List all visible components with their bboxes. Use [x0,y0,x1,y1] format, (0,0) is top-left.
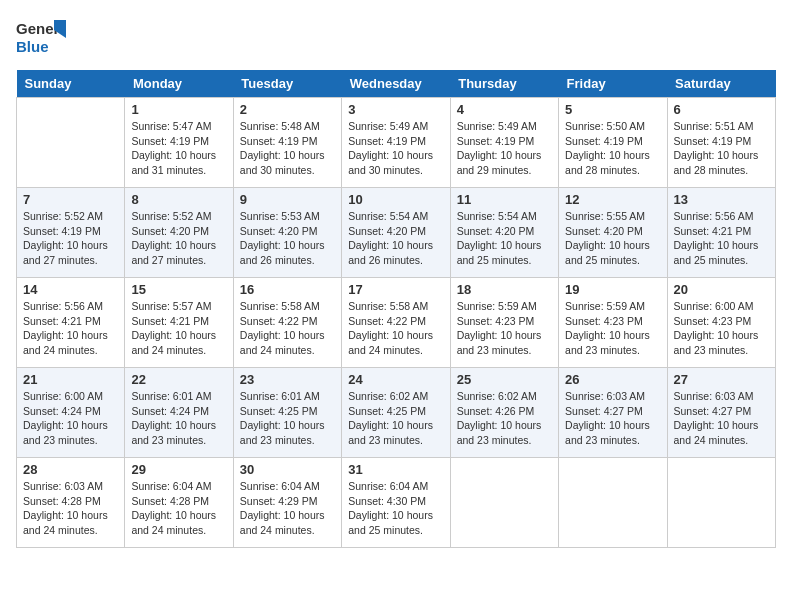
calendar-cell: 11Sunrise: 5:54 AM Sunset: 4:20 PM Dayli… [450,188,558,278]
day-number: 29 [131,462,226,477]
logo-svg: GeneralBlue [16,16,66,60]
day-number: 11 [457,192,552,207]
logo: GeneralBlue [16,16,66,60]
calendar-cell: 13Sunrise: 5:56 AM Sunset: 4:21 PM Dayli… [667,188,775,278]
day-info: Sunrise: 5:59 AM Sunset: 4:23 PM Dayligh… [457,299,552,358]
day-info: Sunrise: 5:47 AM Sunset: 4:19 PM Dayligh… [131,119,226,178]
day-number: 20 [674,282,769,297]
calendar-header-sunday: Sunday [17,70,125,98]
calendar-week-row: 7Sunrise: 5:52 AM Sunset: 4:19 PM Daylig… [17,188,776,278]
day-info: Sunrise: 5:56 AM Sunset: 4:21 PM Dayligh… [23,299,118,358]
day-number: 5 [565,102,660,117]
calendar-cell: 19Sunrise: 5:59 AM Sunset: 4:23 PM Dayli… [559,278,667,368]
day-number: 10 [348,192,443,207]
day-number: 15 [131,282,226,297]
calendar-week-row: 14Sunrise: 5:56 AM Sunset: 4:21 PM Dayli… [17,278,776,368]
calendar-header-friday: Friday [559,70,667,98]
svg-text:Blue: Blue [16,38,49,55]
day-number: 14 [23,282,118,297]
day-info: Sunrise: 6:03 AM Sunset: 4:27 PM Dayligh… [565,389,660,448]
calendar-cell: 22Sunrise: 6:01 AM Sunset: 4:24 PM Dayli… [125,368,233,458]
day-info: Sunrise: 5:50 AM Sunset: 4:19 PM Dayligh… [565,119,660,178]
day-info: Sunrise: 5:53 AM Sunset: 4:20 PM Dayligh… [240,209,335,268]
day-number: 27 [674,372,769,387]
calendar-cell: 28Sunrise: 6:03 AM Sunset: 4:28 PM Dayli… [17,458,125,548]
day-info: Sunrise: 5:55 AM Sunset: 4:20 PM Dayligh… [565,209,660,268]
day-info: Sunrise: 6:04 AM Sunset: 4:29 PM Dayligh… [240,479,335,538]
day-number: 16 [240,282,335,297]
day-info: Sunrise: 5:56 AM Sunset: 4:21 PM Dayligh… [674,209,769,268]
calendar-cell: 17Sunrise: 5:58 AM Sunset: 4:22 PM Dayli… [342,278,450,368]
day-info: Sunrise: 6:02 AM Sunset: 4:26 PM Dayligh… [457,389,552,448]
day-info: Sunrise: 6:01 AM Sunset: 4:24 PM Dayligh… [131,389,226,448]
calendar-cell [667,458,775,548]
day-info: Sunrise: 5:49 AM Sunset: 4:19 PM Dayligh… [457,119,552,178]
calendar-cell: 3Sunrise: 5:49 AM Sunset: 4:19 PM Daylig… [342,98,450,188]
day-info: Sunrise: 5:57 AM Sunset: 4:21 PM Dayligh… [131,299,226,358]
day-number: 26 [565,372,660,387]
day-info: Sunrise: 6:00 AM Sunset: 4:24 PM Dayligh… [23,389,118,448]
day-info: Sunrise: 5:54 AM Sunset: 4:20 PM Dayligh… [457,209,552,268]
day-number: 9 [240,192,335,207]
calendar-cell: 9Sunrise: 5:53 AM Sunset: 4:20 PM Daylig… [233,188,341,278]
calendar-week-row: 21Sunrise: 6:00 AM Sunset: 4:24 PM Dayli… [17,368,776,458]
day-number: 23 [240,372,335,387]
day-number: 6 [674,102,769,117]
calendar-header-thursday: Thursday [450,70,558,98]
day-number: 19 [565,282,660,297]
calendar-cell: 14Sunrise: 5:56 AM Sunset: 4:21 PM Dayli… [17,278,125,368]
day-number: 24 [348,372,443,387]
day-info: Sunrise: 5:52 AM Sunset: 4:20 PM Dayligh… [131,209,226,268]
calendar-cell: 1Sunrise: 5:47 AM Sunset: 4:19 PM Daylig… [125,98,233,188]
calendar-cell: 25Sunrise: 6:02 AM Sunset: 4:26 PM Dayli… [450,368,558,458]
day-number: 3 [348,102,443,117]
day-info: Sunrise: 6:00 AM Sunset: 4:23 PM Dayligh… [674,299,769,358]
calendar-cell: 2Sunrise: 5:48 AM Sunset: 4:19 PM Daylig… [233,98,341,188]
calendar-table: SundayMondayTuesdayWednesdayThursdayFrid… [16,70,776,548]
calendar-cell [450,458,558,548]
day-info: Sunrise: 5:52 AM Sunset: 4:19 PM Dayligh… [23,209,118,268]
day-number: 12 [565,192,660,207]
day-number: 21 [23,372,118,387]
day-info: Sunrise: 5:54 AM Sunset: 4:20 PM Dayligh… [348,209,443,268]
day-number: 13 [674,192,769,207]
day-number: 25 [457,372,552,387]
calendar-cell: 12Sunrise: 5:55 AM Sunset: 4:20 PM Dayli… [559,188,667,278]
calendar-cell: 16Sunrise: 5:58 AM Sunset: 4:22 PM Dayli… [233,278,341,368]
calendar-week-row: 1Sunrise: 5:47 AM Sunset: 4:19 PM Daylig… [17,98,776,188]
day-info: Sunrise: 6:04 AM Sunset: 4:28 PM Dayligh… [131,479,226,538]
day-number: 31 [348,462,443,477]
calendar-cell: 4Sunrise: 5:49 AM Sunset: 4:19 PM Daylig… [450,98,558,188]
day-number: 28 [23,462,118,477]
calendar-cell: 18Sunrise: 5:59 AM Sunset: 4:23 PM Dayli… [450,278,558,368]
calendar-header-row: SundayMondayTuesdayWednesdayThursdayFrid… [17,70,776,98]
calendar-cell [559,458,667,548]
day-info: Sunrise: 5:48 AM Sunset: 4:19 PM Dayligh… [240,119,335,178]
calendar-cell: 23Sunrise: 6:01 AM Sunset: 4:25 PM Dayli… [233,368,341,458]
day-number: 30 [240,462,335,477]
day-info: Sunrise: 5:59 AM Sunset: 4:23 PM Dayligh… [565,299,660,358]
day-info: Sunrise: 6:01 AM Sunset: 4:25 PM Dayligh… [240,389,335,448]
calendar-cell: 5Sunrise: 5:50 AM Sunset: 4:19 PM Daylig… [559,98,667,188]
day-number: 22 [131,372,226,387]
day-info: Sunrise: 5:51 AM Sunset: 4:19 PM Dayligh… [674,119,769,178]
day-number: 8 [131,192,226,207]
calendar-header-wednesday: Wednesday [342,70,450,98]
calendar-header-monday: Monday [125,70,233,98]
calendar-cell: 29Sunrise: 6:04 AM Sunset: 4:28 PM Dayli… [125,458,233,548]
day-info: Sunrise: 6:03 AM Sunset: 4:27 PM Dayligh… [674,389,769,448]
calendar-header-saturday: Saturday [667,70,775,98]
day-info: Sunrise: 5:49 AM Sunset: 4:19 PM Dayligh… [348,119,443,178]
day-number: 17 [348,282,443,297]
calendar-cell: 30Sunrise: 6:04 AM Sunset: 4:29 PM Dayli… [233,458,341,548]
day-number: 18 [457,282,552,297]
day-info: Sunrise: 6:04 AM Sunset: 4:30 PM Dayligh… [348,479,443,538]
calendar-cell: 8Sunrise: 5:52 AM Sunset: 4:20 PM Daylig… [125,188,233,278]
day-number: 2 [240,102,335,117]
day-number: 4 [457,102,552,117]
day-number: 1 [131,102,226,117]
calendar-week-row: 28Sunrise: 6:03 AM Sunset: 4:28 PM Dayli… [17,458,776,548]
day-number: 7 [23,192,118,207]
day-info: Sunrise: 5:58 AM Sunset: 4:22 PM Dayligh… [348,299,443,358]
calendar-cell: 27Sunrise: 6:03 AM Sunset: 4:27 PM Dayli… [667,368,775,458]
